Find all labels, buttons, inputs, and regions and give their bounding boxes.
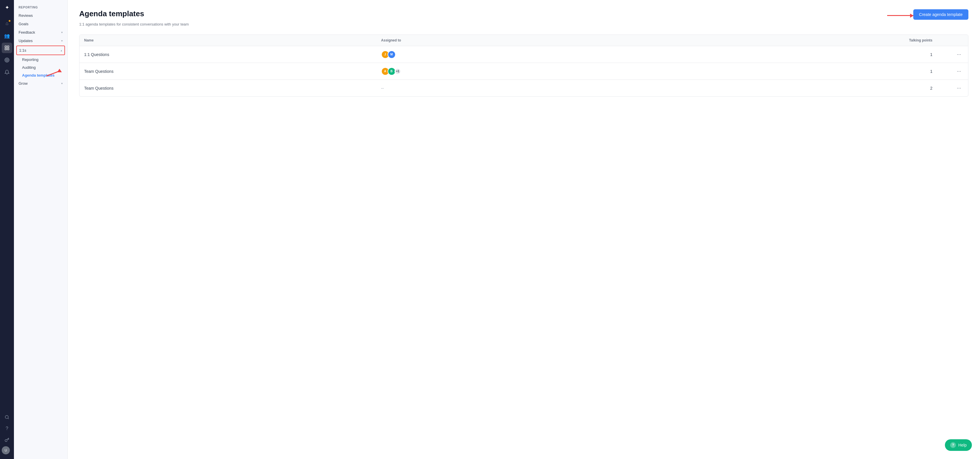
user-avatar[interactable]: U xyxy=(2,446,10,454)
avatars-group: A B +1 xyxy=(381,67,597,75)
app-logo: ✦ xyxy=(3,3,11,11)
svg-rect-0 xyxy=(5,46,6,47)
table-header-row: Name Assigned to Talking points xyxy=(80,35,968,46)
icon-sidebar: ✦ ⌂ 👥 ? U xyxy=(0,0,14,459)
row-actions: ··· xyxy=(950,46,968,63)
help-button[interactable]: ? Help xyxy=(945,439,972,451)
row-assigned-to: -- xyxy=(377,80,601,97)
row-actions: ··· xyxy=(950,63,968,80)
page-subtitle: 1:1 agenda templates for consistent conv… xyxy=(79,22,968,26)
notification-dot xyxy=(9,20,10,22)
more-options-button[interactable]: ··· xyxy=(955,67,964,75)
row-talking-points: 1 xyxy=(601,63,950,80)
svg-line-8 xyxy=(8,418,9,419)
page-title: Agenda templates xyxy=(79,9,144,18)
bottom-icons: ? U xyxy=(2,411,12,456)
svg-rect-1 xyxy=(8,46,9,47)
target-icon[interactable] xyxy=(2,55,12,65)
table-row: Team Questions A B +1 1 ··· xyxy=(80,63,968,80)
sidebar-item-auditing[interactable]: Auditing xyxy=(14,64,67,72)
chevron-down-icon: ▾ xyxy=(61,39,63,42)
no-assignee: -- xyxy=(381,86,384,91)
table-row: Team Questions -- 2 ··· xyxy=(80,80,968,97)
table-row: 1:1 Questions J M 1 ··· xyxy=(80,46,968,63)
more-options-button[interactable]: ··· xyxy=(955,50,964,59)
bell-icon[interactable] xyxy=(2,67,12,78)
sidebar-item-feedback[interactable]: Feedback ▾ xyxy=(14,28,67,37)
sidebar-item-reporting[interactable]: Reporting xyxy=(14,56,67,64)
chevron-up-icon: ▴ xyxy=(60,49,62,52)
sidebar-item-agenda-templates[interactable]: Agenda templates xyxy=(14,72,67,79)
help-label: Help xyxy=(958,443,967,448)
svg-rect-2 xyxy=(8,48,9,50)
question-icon[interactable]: ? xyxy=(2,423,12,434)
page-header: Agenda templates Create agenda template xyxy=(79,9,968,20)
home-icon[interactable]: ⌂ xyxy=(2,18,12,29)
main-content: Agenda templates Create agenda template … xyxy=(68,0,980,459)
avatar: M xyxy=(388,51,396,59)
agenda-templates-table: Name Assigned to Talking points 1:1 Ques… xyxy=(79,35,968,97)
help-circle-icon: ? xyxy=(950,442,956,448)
page-title-section: Agenda templates xyxy=(79,9,144,18)
svg-point-6 xyxy=(7,60,8,61)
col-talking-points: Talking points xyxy=(601,35,950,46)
more-options-button[interactable]: ··· xyxy=(955,84,964,92)
sidebar-item-one-on-ones[interactable]: 1:1s ▴ xyxy=(17,46,64,54)
people-icon[interactable]: 👥 xyxy=(2,30,12,41)
chevron-down-icon: ▾ xyxy=(61,31,63,34)
nav-section-label: Reporting xyxy=(14,5,67,11)
row-talking-points: 2 xyxy=(601,80,950,97)
col-assigned-to: Assigned to xyxy=(377,35,601,46)
avatar-badge: +1 xyxy=(395,68,401,75)
row-talking-points: 1 xyxy=(601,46,950,63)
key-icon[interactable] xyxy=(2,435,12,445)
svg-point-5 xyxy=(6,59,8,62)
sidebar-item-reviews[interactable]: Reviews xyxy=(14,11,67,20)
svg-point-7 xyxy=(5,416,8,419)
chevron-down-icon: ▾ xyxy=(61,82,63,85)
row-assigned-to: A B +1 xyxy=(377,63,601,80)
avatars-group: J M xyxy=(381,51,597,59)
row-assigned-to: J M xyxy=(377,46,601,63)
row-name: Team Questions xyxy=(80,63,377,80)
create-agenda-template-button[interactable]: Create agenda template xyxy=(913,9,968,20)
nav-sidebar: Reporting Reviews Goals Feedback ▾ Updat… xyxy=(14,0,68,459)
search-icon[interactable] xyxy=(2,412,12,422)
row-name: 1:1 Questions xyxy=(80,46,377,63)
svg-rect-3 xyxy=(5,48,6,50)
sidebar-item-grow[interactable]: Grow ▾ xyxy=(14,79,67,88)
row-actions: ··· xyxy=(950,80,968,97)
col-name: Name xyxy=(80,35,377,46)
dashboard-icon[interactable] xyxy=(2,43,12,53)
sidebar-item-updates[interactable]: Updates ▾ xyxy=(14,37,67,45)
row-name: Team Questions xyxy=(80,80,377,97)
sidebar-item-goals[interactable]: Goals xyxy=(14,20,67,28)
